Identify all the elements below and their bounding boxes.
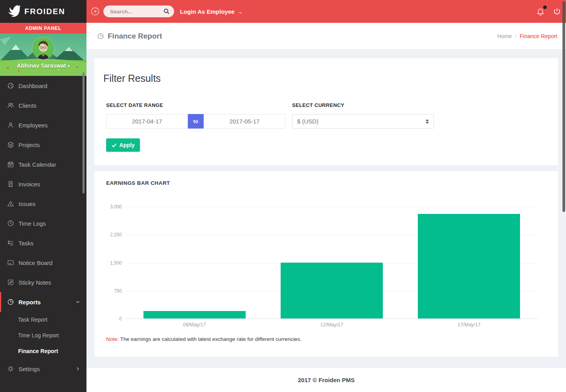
bar-09-may-17: [143, 311, 246, 318]
caret-down-icon: ▾: [68, 64, 70, 68]
bars-container: [126, 207, 538, 318]
sticky-notes-icon: [7, 279, 14, 286]
bar-chart-plot: 07501,5002,2503,000: [126, 207, 538, 319]
apply-button[interactable]: Apply: [106, 138, 140, 152]
x-tick-label: 09/May/17: [126, 322, 263, 328]
sidebar-item-label: Issues: [18, 201, 35, 207]
date-to-input[interactable]: [204, 114, 285, 129]
sidebar-item-label: Reports: [18, 299, 41, 306]
currency-label: SELECT CURRENCY: [292, 102, 434, 108]
notification-dot: [543, 6, 547, 9]
currency-select[interactable]: $ (USD): [292, 114, 434, 129]
y-tick-label: 0: [103, 316, 122, 322]
sidebar-item-notice-board[interactable]: Notice Board: [0, 253, 86, 272]
sidebar-collapse-icon[interactable]: [91, 7, 99, 16]
sidebar-item-employees[interactable]: Employees: [0, 115, 86, 135]
sidebar-item-sticky-notes[interactable]: Sticky Notes: [0, 272, 86, 292]
bar-slot: [126, 311, 263, 318]
bar-slot: [263, 263, 400, 318]
chevron-down-icon: [75, 300, 80, 304]
sidebar-item-settings[interactable]: Settings: [0, 359, 86, 379]
notice-board-icon: [7, 259, 14, 266]
pie-chart-icon: [97, 33, 104, 40]
logout-power-icon[interactable]: [553, 7, 561, 16]
sidebar-item-task-calendar[interactable]: Task Calendar: [0, 155, 86, 174]
gear-icon: [7, 365, 14, 372]
date-range-picker: to: [106, 114, 285, 129]
pie-chart-icon: [7, 298, 14, 306]
date-to-separator: to: [188, 114, 204, 129]
y-tick-label: 2,250: [103, 232, 122, 237]
user-name: Abhinav Saraswat: [17, 63, 66, 69]
sidebar-item-invoices[interactable]: Invoices: [0, 174, 86, 194]
app-logo-text: FROIDEN: [24, 7, 65, 16]
page-scrollbar[interactable]: [562, 1, 565, 212]
invoices-icon: [7, 180, 14, 188]
search-icon[interactable]: [164, 8, 170, 15]
sidebar-subitem-time-log-report[interactable]: Time Log Report: [0, 328, 86, 343]
sidebar-item-tasks[interactable]: Tasks: [0, 233, 86, 253]
notifications-bell-icon[interactable]: [536, 7, 545, 16]
sidebar-menu: DashboardClientsEmployeesProjectsTask Ca…: [0, 76, 86, 379]
y-tick-label: 3,000: [103, 204, 122, 210]
sidebar-item-label: Time Logs: [18, 220, 46, 227]
sidebar-submenu-reports: Task ReportTime Log ReportFinance Report: [0, 312, 86, 359]
tasks-icon: [7, 239, 14, 247]
y-tick-label: 1,500: [103, 260, 122, 266]
login-as-employee-link[interactable]: Login As Employee →: [180, 8, 243, 15]
sidebar-item-label: Employees: [18, 122, 48, 129]
clock-icon: [7, 220, 14, 227]
footer-copyright: 2017 © Froiden PMS: [298, 377, 355, 383]
user-profile-area: Abhinav Saraswat ▾: [0, 33, 86, 76]
sidebar-item-label: Settings: [18, 366, 40, 372]
sidebar-item-label: Tasks: [18, 240, 33, 247]
user-name-dropdown[interactable]: Abhinav Saraswat ▾: [0, 63, 86, 69]
sidebar-item-clients[interactable]: Clients: [0, 96, 86, 115]
sidebar-item-time-logs[interactable]: Time Logs: [0, 213, 86, 233]
main-content: Filter Results SELECT DATE RANGE SELECT …: [86, 49, 566, 368]
breadcrumb: Home / Finance Report: [497, 33, 557, 39]
sidebar-item-dashboard[interactable]: Dashboard: [0, 76, 86, 96]
x-tick-label: 17/May/17: [401, 322, 538, 328]
date-range-label: SELECT DATE RANGE: [106, 102, 285, 108]
sidebar-item-label: Notice Board: [18, 259, 53, 266]
breadcrumb-current: Finance Report: [520, 33, 557, 39]
admin-panel-banner: ADMIN PANEL: [0, 23, 86, 33]
sidebar: FROIDEN ADMIN PANEL: [0, 0, 86, 392]
footer: 2017 © Froiden PMS: [86, 368, 566, 392]
avatar: [32, 37, 54, 59]
bar-17-may-17: [418, 214, 520, 318]
bar-slot: [401, 214, 538, 318]
sidebar-item-issues[interactable]: Issues: [0, 194, 86, 213]
chevron-right-icon: [75, 366, 80, 371]
search-box: [103, 6, 174, 17]
page-title: Finance Report: [97, 32, 162, 40]
arrow-right-icon: →: [237, 8, 243, 15]
sidebar-subitem-finance-report[interactable]: Finance Report: [0, 343, 86, 359]
sidebar-item-label: Invoices: [18, 181, 40, 188]
employees-icon: [7, 121, 14, 129]
select-arrows-icon: [426, 119, 429, 124]
chart-title: EARNINGS BAR CHART: [106, 180, 546, 186]
sidebar-item-reports[interactable]: Reports: [0, 292, 86, 312]
issues-icon: [7, 200, 14, 207]
y-tick-label: 750: [103, 288, 122, 294]
sidebar-item-projects[interactable]: Projects: [0, 135, 86, 155]
page-header: Finance Report Home / Finance Report: [86, 23, 566, 49]
breadcrumb-home[interactable]: Home: [497, 33, 512, 39]
projects-icon: [7, 141, 14, 148]
filter-card: Filter Results SELECT DATE RANGE SELECT …: [94, 58, 558, 165]
filter-heading: Filter Results: [103, 74, 546, 83]
sidebar-subitem-task-report[interactable]: Task Report: [0, 312, 86, 328]
chart-note: Note: The earnings are calculated with l…: [106, 336, 546, 342]
logo-area: FROIDEN: [0, 0, 86, 23]
chart-x-axis-labels: 09/May/1712/May/1717/May/17: [126, 322, 538, 328]
x-tick-label: 12/May/17: [263, 322, 400, 328]
sidebar-item-label: Projects: [18, 142, 40, 148]
calendar-icon: [7, 161, 14, 168]
date-from-input[interactable]: [106, 114, 188, 129]
sidebar-scrollbar[interactable]: [83, 72, 85, 193]
bar-12-may-17: [281, 263, 383, 318]
sidebar-item-label: Task Calendar: [18, 161, 56, 168]
froiden-bird-logo-icon: [6, 4, 21, 19]
